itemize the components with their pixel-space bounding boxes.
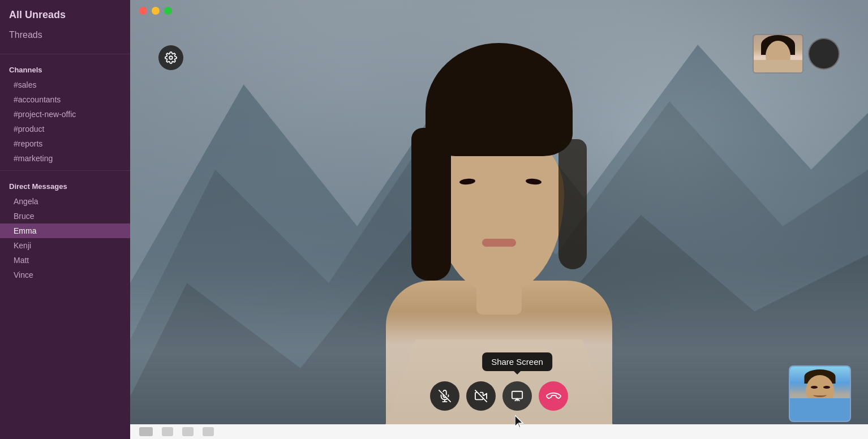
- dm-section-label: Direct Messages: [0, 175, 130, 194]
- channels-section-label: Channels: [0, 59, 130, 78]
- thumbnail-bottom-right: [789, 365, 851, 422]
- channel-item-product[interactable]: #product: [0, 122, 130, 136]
- stop-video-button[interactable]: [466, 381, 496, 411]
- share-screen-button[interactable]: [502, 381, 532, 411]
- thumbnail-other: [808, 38, 840, 70]
- thumbnail-face-content: [754, 35, 802, 72]
- channel-item-marketing[interactable]: #marketing: [0, 151, 130, 166]
- sidebar: All Unreads Threads Channels #sales #acc…: [0, 0, 130, 439]
- maximize-button[interactable]: [164, 7, 172, 15]
- end-call-icon: [544, 387, 562, 404]
- dm-kenji[interactable]: Kenji: [0, 238, 130, 253]
- share-screen-icon: [511, 390, 523, 402]
- thumbnail-area: [753, 34, 840, 74]
- divider-dm: [0, 170, 130, 171]
- dm-vince[interactable]: Vince: [0, 268, 130, 282]
- mic-off-icon: [439, 390, 451, 402]
- control-bar: Share Screen: [430, 381, 568, 411]
- gear-icon: [165, 51, 177, 64]
- video-off-icon: [475, 390, 487, 402]
- main-video-area: Share Screen: [130, 0, 868, 439]
- bottom-bar: [130, 424, 868, 439]
- all-unreads-link[interactable]: All Unreads: [0, 0, 130, 25]
- video-person: [329, 32, 669, 439]
- window-chrome: [139, 7, 172, 15]
- end-call-button[interactable]: [539, 381, 568, 411]
- close-button[interactable]: [139, 7, 147, 15]
- dm-bruce[interactable]: Bruce: [0, 209, 130, 223]
- share-screen-container: Share Screen: [502, 381, 532, 411]
- threads-link[interactable]: Threads: [0, 25, 130, 49]
- mute-microphone-button[interactable]: [430, 381, 459, 411]
- channel-item-sales[interactable]: #sales: [0, 78, 130, 92]
- bottom-bar-icon-4: [203, 427, 214, 436]
- svg-point-4: [169, 56, 173, 59]
- settings-button[interactable]: [158, 45, 183, 70]
- svg-rect-9: [512, 391, 522, 399]
- bottom-bar-icon-1: [139, 427, 153, 436]
- minimize-button[interactable]: [152, 7, 160, 15]
- thumbnail-self: [753, 34, 803, 74]
- channel-item-reports[interactable]: #reports: [0, 136, 130, 151]
- divider-channels: [0, 54, 130, 54]
- dm-angela[interactable]: Angela: [0, 194, 130, 209]
- dm-matt[interactable]: Matt: [0, 253, 130, 268]
- channel-item-project[interactable]: #project-new-offic: [0, 107, 130, 122]
- bottom-bar-icon-2: [162, 427, 173, 436]
- bottom-bar-icon-3: [182, 427, 194, 436]
- dm-emma[interactable]: Emma: [0, 223, 130, 238]
- thumbnail-br-face: [790, 367, 850, 421]
- channel-item-accountants[interactable]: #accountants: [0, 92, 130, 107]
